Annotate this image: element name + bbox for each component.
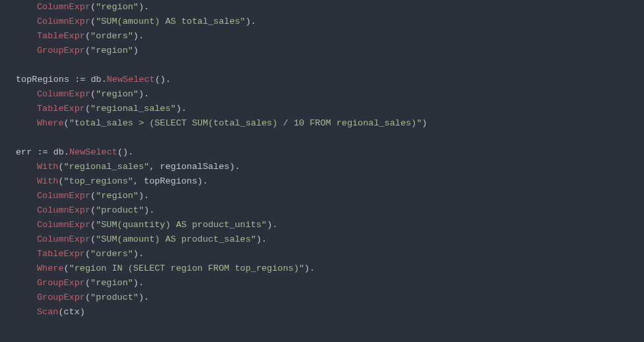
token-str: "region": [96, 89, 139, 99]
token-ident: topRegions: [16, 75, 75, 85]
token-punc: ).: [133, 249, 144, 259]
token-punc: ).: [139, 191, 149, 201]
token-method: ColumnExpr: [37, 2, 90, 12]
token-method: GroupExpr: [37, 46, 85, 55]
token-punc: (: [85, 249, 90, 259]
token-punc: (: [90, 17, 96, 26]
token-punc: (ctx): [58, 307, 85, 317]
token-punc: (: [85, 278, 90, 288]
token-punc: (: [85, 292, 90, 302]
token-str: "product": [96, 205, 144, 215]
token-str: "SUM(quantity) AS product_units": [96, 220, 267, 230]
token-method: Scan: [37, 307, 58, 317]
token-method: TableExpr: [37, 249, 85, 259]
code-block: ColumnExpr("region").ColumnExpr("SUM(amo…: [0, 0, 644, 320]
token-punc: (: [64, 263, 69, 273]
token-punc: , topRegions).: [133, 176, 208, 186]
token-punc: (: [85, 46, 90, 55]
code-line: Scan(ctx): [16, 305, 644, 320]
token-method: ColumnExpr: [37, 191, 90, 201]
token-method: GroupExpr: [37, 292, 85, 302]
code-line: TableExpr("orders").: [16, 29, 644, 44]
token-ident: db.: [48, 147, 69, 157]
code-line: TableExpr("regional_sales").: [16, 102, 644, 116]
token-str: "region": [96, 191, 139, 201]
token-str: "region IN (SELECT region FROM top_regio…: [69, 263, 304, 273]
code-line: Where("region IN (SELECT region FROM top…: [16, 261, 644, 276]
token-op: :=: [75, 75, 85, 85]
token-method: ColumnExpr: [37, 205, 90, 215]
token-punc: ).: [245, 17, 256, 26]
token-str: "region": [90, 46, 133, 55]
token-method: TableExpr: [37, 104, 85, 114]
token-str: "orders": [90, 31, 133, 41]
token-punc: ).: [144, 205, 154, 215]
token-method: ColumnExpr: [37, 89, 90, 99]
code-line: [16, 58, 644, 73]
code-line: ColumnExpr("product").: [16, 203, 644, 218]
token-punc: , regionalSales).: [149, 162, 240, 172]
token-str: "regional_sales": [64, 162, 150, 172]
token-punc: ().: [117, 147, 133, 157]
token-op: :=: [37, 147, 48, 157]
code-line: ColumnExpr("SUM(quantity) AS product_uni…: [16, 218, 644, 232]
token-punc: ).: [267, 220, 277, 230]
token-method: TableExpr: [37, 31, 85, 41]
code-line: With("regional_sales", regionalSales).: [16, 160, 644, 174]
code-line: ColumnExpr("region").: [16, 0, 644, 15]
token-punc: ).: [139, 2, 149, 12]
token-punc: (: [58, 176, 63, 186]
code-line: ColumnExpr("SUM(amount) AS total_sales")…: [16, 15, 644, 29]
token-str: "region": [90, 278, 133, 288]
token-punc: ).: [176, 104, 187, 114]
token-punc: ().: [155, 75, 171, 85]
code-line: [16, 131, 644, 145]
token-punc: ).: [133, 31, 144, 41]
token-method: NewSelect: [69, 147, 117, 157]
code-line: ColumnExpr("SUM(amount) AS product_sales…: [16, 232, 644, 247]
token-str: "region": [96, 2, 139, 12]
token-method: NewSelect: [107, 75, 155, 85]
token-punc: (: [90, 220, 96, 230]
token-method: Where: [37, 263, 64, 273]
token-str: "SUM(amount) AS total_sales": [96, 17, 245, 26]
code-line: ColumnExpr("region").: [16, 189, 644, 203]
token-str: "product": [90, 292, 139, 302]
token-ident: db.: [85, 75, 106, 85]
code-line: GroupExpr("region").: [16, 276, 644, 291]
token-punc: (: [90, 2, 96, 12]
code-line: With("top_regions", topRegions).: [16, 174, 644, 189]
code-line: GroupExpr("product").: [16, 291, 644, 305]
code-line: GroupExpr("region"): [16, 44, 644, 58]
token-str: "regional_sales": [90, 104, 176, 114]
code-line: TableExpr("orders").: [16, 247, 644, 261]
code-line: Where("total_sales > (SELECT SUM(total_s…: [16, 116, 644, 131]
token-punc: (: [85, 104, 90, 114]
code-line: err := db.NewSelect().: [16, 145, 644, 160]
token-method: ColumnExpr: [37, 17, 90, 26]
code-line: topRegions := db.NewSelect().: [16, 73, 644, 87]
token-punc: (: [90, 89, 96, 99]
token-punc: ).: [139, 292, 149, 302]
token-ident: err: [16, 147, 37, 157]
code-line: ColumnExpr("region").: [16, 87, 644, 102]
token-method: ColumnExpr: [37, 234, 90, 244]
token-method: With: [37, 176, 58, 186]
token-method: GroupExpr: [37, 278, 85, 288]
token-str: "top_regions": [64, 176, 133, 186]
token-punc: (: [58, 162, 63, 172]
token-str: "orders": [90, 249, 133, 259]
token-punc: (: [64, 118, 69, 128]
token-punc: (: [90, 205, 96, 215]
token-punc: (: [85, 31, 90, 41]
token-punc: ).: [304, 263, 315, 273]
token-punc: ): [422, 118, 427, 128]
token-punc: ).: [256, 234, 267, 244]
token-punc: (: [90, 234, 96, 244]
token-method: Where: [37, 118, 64, 128]
token-punc: (: [90, 191, 96, 201]
token-punc: ): [133, 46, 139, 55]
token-method: With: [37, 162, 58, 172]
token-punc: ).: [133, 278, 144, 288]
token-method: ColumnExpr: [37, 220, 90, 230]
